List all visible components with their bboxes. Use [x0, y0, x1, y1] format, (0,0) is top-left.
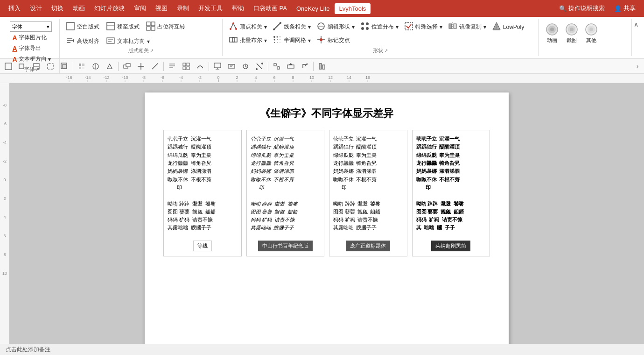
- pos-dist-btn[interactable]: 位置分布 ▾: [358, 21, 401, 33]
- share-button[interactable]: 👤 共享: [609, 2, 640, 14]
- bulk-bool-btn[interactable]: 批量布尔 ▾: [226, 34, 269, 47]
- lowpoly-btn[interactable]: LowPoly: [490, 21, 526, 33]
- font-grid: 茕茕子立 沉灌一气 踽踽独行 醍醐灌顶 绵绵瓜瓞 奉为圭臬 龙行龘龘 犄角旮旯 …: [163, 130, 490, 256]
- status-text[interactable]: 点击此处添加备注: [6, 346, 50, 354]
- toolbar-separator-4: [209, 62, 209, 71]
- edit-shape-btn[interactable]: 编辑形状 ▾: [314, 21, 357, 33]
- font-combo[interactable]: 字体 ▾: [10, 21, 52, 32]
- mirror-copy-btn[interactable]: 镜像复制 ▾: [446, 21, 489, 33]
- menu-item-slideshow[interactable]: 幻灯片放映: [90, 2, 129, 14]
- font-export-btn[interactable]: A 字体导出: [10, 43, 43, 53]
- toolbar-btn-22[interactable]: [315, 60, 329, 72]
- svg-point-37: [280, 36, 280, 37]
- svg-rect-98: [287, 65, 294, 68]
- other-label: 其他: [586, 37, 596, 44]
- svg-rect-34: [232, 37, 237, 42]
- layout-group-expand[interactable]: ↗: [150, 48, 154, 53]
- halftone-btn[interactable]: 半调网格 ▾: [270, 34, 313, 47]
- toolbar-btn-12[interactable]: [166, 60, 179, 72]
- font-export-icon: A: [12, 45, 17, 52]
- toolbar-btn-5[interactable]: [58, 60, 71, 72]
- svg-rect-80: [183, 67, 186, 70]
- menu-item-onekey[interactable]: OneKey Lite: [292, 3, 335, 14]
- menu-item-view[interactable]: 视图: [151, 2, 172, 14]
- toolbar-btn-9[interactable]: [120, 60, 133, 72]
- line-rel-btn[interactable]: 线条相关 ▾: [270, 21, 313, 33]
- special-sel-btn[interactable]: 特殊选择 ▾: [402, 21, 445, 33]
- svg-text:8: 8: [3, 252, 6, 257]
- toolbar-btn-19[interactable]: [270, 60, 283, 72]
- blank-layout-btn[interactable]: 空白版式: [63, 21, 102, 33]
- svg-point-25: [366, 27, 369, 30]
- toolbar-btn-10[interactable]: [134, 60, 147, 72]
- svg-rect-70: [126, 64, 130, 67]
- menu-item-record[interactable]: 录制: [172, 2, 194, 14]
- toolbar-btn-17[interactable]: [239, 60, 252, 72]
- svg-text:4: 4: [3, 215, 6, 220]
- placeholder-btn[interactable]: 占位符互转: [144, 21, 188, 33]
- menu-item-animate[interactable]: 动画: [68, 2, 90, 14]
- slide-container[interactable]: 《生僻字》不同字体显示差异 茕茕子立 沉灌一气 踽踽独行 醍醐灌顶 绵绵瓜瓞 奉…: [9, 83, 644, 344]
- menu-item-lvyh[interactable]: LvyhTools: [335, 3, 371, 14]
- bulk-bool-icon: [229, 35, 238, 46]
- svg-point-40: [280, 39, 280, 40]
- toolbar-btn-2[interactable]: [16, 60, 29, 72]
- line-rel-label: 线条相关: [284, 23, 306, 31]
- menu-bar: 插入 设计 切换 动画 幻灯片放映 审阅 视图 录制 开发工具 帮助 口袋动画 …: [0, 0, 644, 17]
- toolbar-btn-1[interactable]: [2, 60, 15, 72]
- toolbar-btn-7[interactable]: [89, 60, 102, 72]
- toolbar-btn-more[interactable]: ›: [633, 60, 642, 72]
- svg-rect-28: [454, 24, 456, 28]
- svg-point-36: [276, 36, 278, 38]
- menu-item-switch[interactable]: 切换: [47, 2, 68, 14]
- svg-line-91: [257, 64, 262, 69]
- toolbar-btn-3[interactable]: [30, 60, 43, 72]
- ribbon-collapse-btn[interactable]: ∧: [632, 19, 640, 30]
- mark-pt-btn[interactable]: 标记交点: [314, 34, 352, 47]
- svg-text:-8: -8: [142, 75, 146, 80]
- svg-text:14: 14: [347, 75, 351, 80]
- toolbar-btn-15[interactable]: [211, 60, 224, 72]
- menu-item-insert[interactable]: 插入: [4, 2, 25, 14]
- move-layout-label: 移至版式: [117, 23, 140, 31]
- toolbar-btn-11[interactable]: [148, 60, 161, 72]
- search-box[interactable]: 🔍 操作说明搜索: [554, 2, 609, 14]
- toolbar-btn-4[interactable]: [44, 60, 57, 72]
- toolbar-btn-13[interactable]: [180, 60, 193, 72]
- menu-item-pocket[interactable]: 口袋动画 PA: [249, 2, 292, 14]
- font-image-btn[interactable]: A 字体图片化: [10, 33, 49, 43]
- toolbar-separator-3: [163, 62, 164, 71]
- svg-point-39: [277, 39, 278, 40]
- svg-rect-79: [187, 63, 189, 66]
- line-rel-icon: [273, 21, 282, 32]
- slide[interactable]: 《生僻字》不同字体显示差异 茕茕子立 沉灌一气 踽踽独行 醍醐灌顶 绵绵瓜瓞 奉…: [145, 92, 509, 344]
- menu-item-review[interactable]: 审阅: [129, 2, 151, 14]
- svg-text:-16: -16: [66, 75, 72, 80]
- toolbar-btn-6[interactable]: [75, 60, 88, 72]
- animate-btn[interactable]: 动画: [542, 21, 562, 45]
- crop-btn[interactable]: 裁图: [562, 21, 581, 45]
- svg-text:12: 12: [328, 75, 333, 80]
- toolbar-btn-14[interactable]: [194, 60, 207, 72]
- menu-item-help[interactable]: 帮助: [227, 2, 249, 14]
- adv-align-btn[interactable]: 高级对齐: [63, 35, 102, 48]
- shape-group-expand[interactable]: ↗: [384, 48, 388, 53]
- toolbar-btn-18[interactable]: [253, 60, 266, 72]
- textbox-dir-btn[interactable]: 文本框方向 ▾: [104, 35, 152, 48]
- menu-item-design[interactable]: 设计: [25, 2, 47, 14]
- toolbar-btn-21[interactable]: [298, 60, 311, 72]
- adv-align-icon: [66, 36, 75, 47]
- move-layout-btn[interactable]: 移至版式: [104, 21, 142, 33]
- menu-item-devtools[interactable]: 开发工具: [194, 2, 227, 14]
- toolbar-btn-20[interactable]: [284, 60, 297, 72]
- toolbar-separator-1: [73, 62, 73, 71]
- placeholder-icon: [146, 21, 155, 32]
- svg-text:-12: -12: [103, 75, 109, 80]
- other-btn[interactable]: 其他: [581, 21, 601, 45]
- toolbar-btn-16[interactable]: [225, 60, 238, 72]
- svg-rect-3: [147, 22, 150, 26]
- vertex-rel-btn[interactable]: 顶点相关 ▾: [226, 21, 269, 33]
- shape-group-label: 形状 ↗: [373, 47, 388, 56]
- toolbar-btn-8[interactable]: [103, 60, 116, 72]
- mark-pt-icon: [316, 35, 326, 46]
